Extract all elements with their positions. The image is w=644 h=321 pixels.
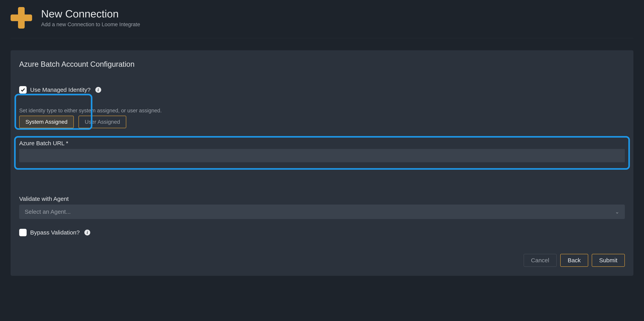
checkmark-icon (20, 87, 26, 92)
identity-hint: Set identity type to either system assig… (19, 108, 625, 114)
page-title: New Connection (41, 8, 140, 20)
managed-identity-label: Use Managed Identity? (30, 86, 91, 93)
validate-agent-group: Validate with Agent Select an Agent... ⌄ (19, 196, 625, 219)
panel-title: Azure Batch Account Configuration (19, 60, 625, 68)
plus-icon (10, 7, 32, 28)
validate-agent-label: Validate with Agent (19, 196, 625, 202)
managed-identity-checkbox[interactable] (19, 86, 26, 94)
info-icon[interactable]: i (84, 230, 90, 236)
panel-footer: Cancel Back Submit (19, 254, 625, 267)
cancel-button[interactable]: Cancel (524, 254, 557, 267)
validate-agent-select[interactable]: Select an Agent... (19, 204, 625, 219)
config-panel: Azure Batch Account Configuration Use Ma… (10, 50, 634, 276)
system-assigned-button[interactable]: System Assigned (19, 116, 74, 128)
page-header: New Connection Add a new Connection to L… (10, 7, 634, 38)
page-subtitle: Add a new Connection to Loome Integrate (41, 22, 140, 28)
azure-batch-url-input[interactable] (19, 149, 625, 162)
back-button[interactable]: Back (560, 254, 588, 267)
managed-identity-row: Use Managed Identity? i (19, 86, 625, 94)
bypass-validation-checkbox[interactable] (19, 229, 26, 236)
azure-batch-url-group: Azure Batch URL * (19, 140, 625, 162)
user-assigned-button[interactable]: User Assigned (78, 116, 126, 128)
submit-button[interactable]: Submit (592, 254, 625, 267)
validate-agent-placeholder: Select an Agent... (25, 208, 71, 215)
bypass-validation-label: Bypass Validation? (30, 229, 80, 236)
identity-type-toggle: System Assigned User Assigned (19, 116, 625, 128)
azure-batch-url-label: Azure Batch URL * (19, 140, 625, 146)
info-icon[interactable]: i (95, 87, 101, 93)
bypass-validation-row: Bypass Validation? i (19, 229, 625, 236)
chevron-down-icon: ⌄ (615, 209, 619, 215)
